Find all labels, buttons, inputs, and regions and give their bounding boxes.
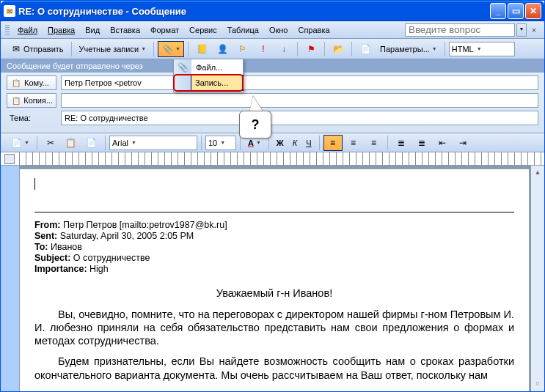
ruler[interactable]: [1, 152, 544, 166]
importance-high-button[interactable]: !: [254, 41, 273, 57]
indent-button[interactable]: ⇥: [453, 135, 472, 151]
paste-button[interactable]: 📄▼: [7, 135, 33, 151]
align-center-button[interactable]: ≡: [344, 135, 363, 151]
menu-view[interactable]: Вид: [80, 24, 105, 36]
scroll-up-icon[interactable]: ▲: [535, 169, 541, 176]
subject-input[interactable]: [61, 111, 538, 125]
menu-format[interactable]: Формат: [145, 24, 184, 36]
page-icon: 📄: [10, 137, 22, 149]
from-value: Петр Петров [mailto:petrov1987@bk.ru]: [63, 220, 227, 230]
align-right-button[interactable]: ≡: [365, 135, 384, 151]
to-input[interactable]: [61, 75, 538, 90]
copy-icon: 📋: [65, 137, 77, 149]
maximize-button[interactable]: ▭: [508, 3, 524, 19]
send-banner: Сообщение будет отправлено через: [1, 59, 544, 73]
shield-icon: 🏳: [237, 43, 249, 55]
bold-button[interactable]: Ж: [273, 135, 288, 151]
send-button[interactable]: ✉ Отправить: [7, 41, 67, 57]
down-arrow-icon: ↓: [278, 43, 290, 55]
italic-button[interactable]: К: [289, 135, 301, 151]
close-button[interactable]: ✕: [525, 3, 541, 19]
paragraph-1: Вы, очевидно, помните, что на переговора…: [34, 308, 514, 347]
menu-file[interactable]: Файл: [12, 24, 43, 36]
attach-menu-record[interactable]: Запись...: [191, 75, 244, 91]
flag-button[interactable]: ⚑: [301, 41, 321, 57]
scrollbar[interactable]: ▲ ○ ▴ ▾: [531, 166, 544, 392]
close-sub-button[interactable]: ×: [528, 26, 540, 34]
check-names-button[interactable]: 👤: [213, 41, 232, 57]
menu-window[interactable]: Окно: [264, 24, 293, 36]
banner-text: Сообщение будет отправлено через: [7, 62, 143, 70]
accounts-button[interactable]: Учетные записи ▼: [76, 41, 150, 57]
annotation-callout: ?: [239, 111, 271, 138]
tab-selector-icon[interactable]: [4, 154, 15, 164]
copy-button[interactable]: 📋: [62, 135, 81, 151]
paragraph-2: Будем признательны, если Вы найдете возм…: [34, 355, 514, 381]
chevron-down-icon: ▼: [131, 140, 136, 145]
subject-label: Тема:: [7, 112, 56, 124]
ol-icon: ≣: [395, 137, 407, 149]
numbered-list-button[interactable]: ≣: [392, 135, 411, 151]
bullet-list-button[interactable]: ≣: [412, 135, 431, 151]
menu-edit[interactable]: Правка: [43, 24, 80, 36]
book-icon: 📋: [10, 95, 21, 106]
font-size-combo[interactable]: 10 ▼: [205, 136, 236, 150]
attach-dropdown: 📎 Файл... Запись...: [173, 59, 244, 92]
cc-button[interactable]: 📋 Копия...: [7, 93, 56, 108]
menu-insert[interactable]: Вставка: [105, 24, 145, 36]
format-toolbar: 📄▼ ✂ 📋 📄 Arial ▼ 10 ▼ A▼ Ж К Ч ≡ ≡ ≡ ≣ ≣…: [1, 133, 544, 152]
help-search-input[interactable]: [405, 23, 515, 37]
window-title: RE: О сотрудничестве - Сообщение: [18, 6, 490, 17]
to-button[interactable]: 📋 Кому...: [7, 75, 56, 90]
outdent-button[interactable]: ⇤: [433, 135, 452, 151]
attach-menu-file[interactable]: Файл...: [191, 59, 243, 75]
message-body[interactable]: From: Петр Петров [mailto:petrov1987@bk.…: [19, 169, 530, 392]
format-combo[interactable]: HTML ▼: [449, 42, 515, 56]
chevron-down-icon: ▼: [141, 46, 146, 51]
clipboard-icon: 📄: [86, 137, 98, 149]
align-left-button[interactable]: ≡: [323, 135, 343, 151]
paperclip-icon: 📎: [177, 62, 189, 73]
book-icon: 📒: [196, 43, 208, 55]
cc-input[interactable]: [61, 93, 538, 108]
callout-text: ?: [239, 111, 271, 138]
permission-button[interactable]: 🏳: [233, 41, 252, 57]
subject-label: Subject:: [34, 253, 70, 263]
circle-icon[interactable]: ○: [535, 380, 539, 387]
chevron-down-icon: ▼: [477, 46, 482, 51]
accounts-label: Учетные записи: [79, 45, 139, 53]
page-icon: 📄: [359, 43, 371, 55]
to-label: Кому...: [24, 78, 49, 87]
page-button[interactable]: 📄: [356, 41, 375, 57]
folder-icon: 📂: [332, 43, 344, 55]
minimize-button[interactable]: _: [490, 3, 506, 19]
cut-button[interactable]: ✂: [41, 135, 60, 151]
attach-button[interactable]: 📎 ▼: [158, 41, 184, 57]
help-dropdown-icon[interactable]: ▾: [516, 23, 527, 37]
paste-plain-button[interactable]: 📄: [82, 135, 101, 151]
exclamation-icon: !: [257, 43, 269, 55]
menu-tools[interactable]: Сервис: [184, 24, 222, 36]
format-value: HTML: [452, 45, 474, 53]
editor-area: From: Петр Петров [mailto:petrov1987@bk.…: [1, 166, 544, 392]
importance-low-button[interactable]: ↓: [274, 41, 293, 57]
menu-help[interactable]: Справка: [293, 24, 334, 36]
from-label: From:: [34, 220, 60, 230]
ul-icon: ≣: [416, 137, 428, 149]
prev-page-icon[interactable]: ▴: [536, 388, 540, 392]
underline-button[interactable]: Ч: [302, 135, 315, 151]
font-name-combo[interactable]: Arial ▼: [109, 136, 197, 150]
indent-icon: ⇥: [457, 137, 469, 149]
left-gutter: [1, 166, 19, 392]
address-book-button[interactable]: 📒: [192, 41, 211, 57]
sent-label: Sent:: [34, 231, 57, 241]
align-center-icon: ≡: [348, 137, 359, 149]
font-name-value: Arial: [112, 138, 128, 147]
cc-label: Копия...: [23, 96, 53, 105]
menu-table[interactable]: Таблица: [222, 24, 264, 36]
check-icon: 👤: [216, 43, 228, 55]
salutation: Уважаемый г-н Иванов!: [34, 287, 514, 299]
folder-button[interactable]: 📂: [329, 41, 348, 57]
scissors-icon: ✂: [45, 137, 56, 149]
options-button[interactable]: Параметры... ▼: [376, 41, 441, 57]
